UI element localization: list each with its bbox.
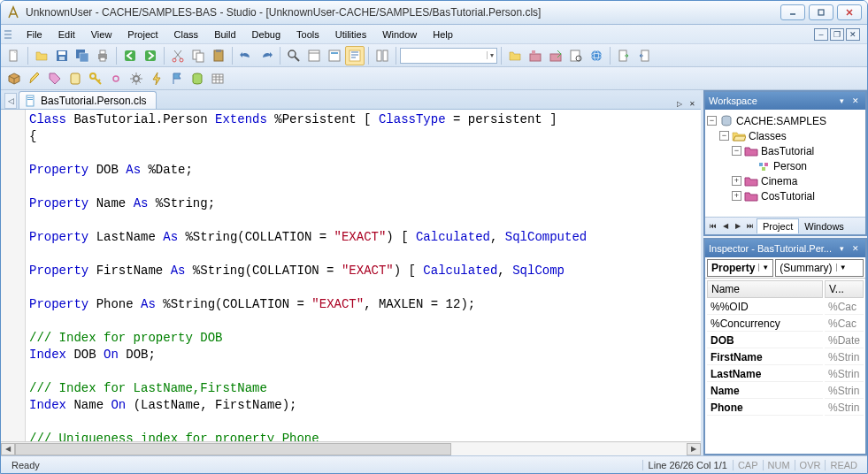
cut-button[interactable]	[168, 46, 188, 65]
inspector-row[interactable]: LastName%Strin	[707, 367, 864, 382]
menu-view[interactable]: View	[83, 27, 120, 42]
ws-nav-last[interactable]: ⏭	[744, 220, 757, 233]
inspector-row[interactable]: FirstName%Strin	[707, 350, 864, 365]
tree-root[interactable]: − CACHE:SAMPLES	[707, 113, 864, 128]
ws-nav-prev[interactable]: ◀	[719, 220, 732, 233]
key-icon[interactable]	[86, 69, 105, 88]
inspector-col-name[interactable]: Name	[707, 280, 823, 298]
inspector-row[interactable]: %%OID%Cac	[707, 300, 864, 315]
hscroll-thumb[interactable]	[15, 443, 451, 455]
gear-icon[interactable]	[127, 69, 146, 88]
inspector-type-combo[interactable]: Property▼	[707, 259, 773, 277]
inspector-row[interactable]: DOB%Date	[707, 333, 864, 348]
menu-edit[interactable]: Edit	[50, 27, 83, 42]
close-button[interactable]	[837, 4, 862, 20]
expand-icon[interactable]: −	[719, 131, 729, 141]
panel-close-icon[interactable]: ✕	[849, 95, 862, 107]
undo-button[interactable]	[236, 46, 256, 65]
menu-window[interactable]: Window	[374, 27, 425, 42]
mdi-restore-button[interactable]: ❐	[830, 28, 844, 41]
inspector-row[interactable]: Name%Strin	[707, 384, 864, 399]
ws-nav-next[interactable]: ▶	[732, 220, 744, 233]
hscroll-right[interactable]: ▶	[687, 443, 701, 455]
redo-button[interactable]	[257, 46, 276, 65]
inspector-panel-header[interactable]: Inspector - BasTutorial.Per... ▾ ✕	[705, 240, 865, 257]
tab-scroll-right[interactable]: ▷	[674, 98, 685, 109]
tag-icon[interactable]	[45, 69, 65, 88]
inspector-col-value[interactable]: V...	[825, 280, 864, 298]
inspector-grid[interactable]: Name V... %%OID%Cac%Concurrency%CacDOB%D…	[705, 279, 865, 417]
export-button[interactable]	[614, 46, 634, 65]
find-button[interactable]	[284, 46, 303, 65]
menu-help[interactable]: Help	[425, 27, 461, 42]
expand-icon[interactable]: +	[732, 176, 741, 186]
table-icon[interactable]	[208, 69, 227, 88]
open-button[interactable]	[32, 46, 51, 65]
tree-class-person[interactable]: Person	[707, 158, 864, 173]
ws-nav-first[interactable]: ⏮	[707, 220, 719, 233]
inspector-row[interactable]: %Concurrency%Cac	[707, 317, 864, 332]
expand-icon[interactable]: −	[732, 146, 741, 156]
tree-classes[interactable]: − Classes	[707, 128, 864, 143]
editor-tab[interactable]: BasTutorial.Person.cls	[19, 91, 157, 109]
flag-icon[interactable]	[167, 69, 187, 88]
ws-tab-project[interactable]: Project	[757, 218, 799, 233]
view-toggle-2[interactable]	[325, 46, 344, 65]
menu-class[interactable]: Class	[166, 27, 207, 42]
svg-rect-42	[212, 74, 223, 83]
toolbar-combo[interactable]	[400, 48, 497, 64]
paste-button[interactable]	[209, 46, 228, 65]
workspace-tree[interactable]: − CACHE:SAMPLES − Classes −BasTutorialPe…	[705, 110, 865, 207]
expand-icon[interactable]: −	[707, 116, 717, 126]
save-button[interactable]	[52, 46, 72, 65]
copy-button[interactable]	[188, 46, 208, 65]
print-button[interactable]	[93, 46, 112, 65]
menu-project[interactable]: Project	[119, 27, 165, 42]
build-button[interactable]	[526, 46, 545, 65]
panel-menu-icon[interactable]: ▾	[835, 242, 848, 255]
save-all-button[interactable]	[73, 46, 92, 65]
ws-tab-windows[interactable]: Windows	[799, 219, 849, 233]
lightning-icon[interactable]	[147, 69, 166, 88]
new-button[interactable]	[4, 46, 24, 65]
expand-icon[interactable]: +	[732, 191, 741, 201]
menu-build[interactable]: Build	[206, 27, 243, 42]
import-button[interactable]	[634, 46, 654, 65]
scroll-icon[interactable]	[65, 69, 85, 88]
panel-menu-icon[interactable]: ▾	[835, 95, 848, 107]
database-icon[interactable]	[188, 69, 207, 88]
brush-icon[interactable]	[25, 69, 44, 88]
view-toggle-3[interactable]	[345, 46, 365, 65]
menu-utilities[interactable]: Utilities	[327, 27, 374, 42]
menu-debug[interactable]: Debug	[244, 27, 288, 42]
mdi-minimize-button[interactable]: –	[814, 28, 828, 41]
minimize-button[interactable]	[780, 4, 805, 20]
link-icon[interactable]	[106, 69, 126, 88]
tab-scroll-left[interactable]: ◁	[4, 93, 17, 109]
maximize-button[interactable]	[809, 4, 833, 20]
show-plan-button[interactable]	[566, 46, 586, 65]
horizontal-scrollbar[interactable]: ◀ ▶	[1, 441, 701, 455]
menu-file[interactable]: File	[19, 27, 50, 42]
code-editor[interactable]: Class BasTutorial.Person Extends %Persis…	[1, 110, 701, 441]
inspector-view-combo[interactable]: (Summary)▼	[775, 259, 864, 277]
compile-button[interactable]	[505, 46, 525, 65]
tree-package-costutorial[interactable]: +CosTutorial	[707, 188, 864, 203]
menu-tools[interactable]: Tools	[288, 27, 327, 42]
view-toggle-1[interactable]	[304, 46, 324, 65]
rebuild-button[interactable]	[546, 46, 565, 65]
tree-package-cinema[interactable]: +Cinema	[707, 173, 864, 188]
tab-close-button[interactable]: ✕	[687, 98, 697, 109]
inspector-row[interactable]: Phone%Strin	[707, 401, 864, 416]
panel-close-icon[interactable]: ✕	[849, 242, 862, 255]
nav-forward-button[interactable]	[141, 46, 160, 65]
tree-package-bastutorial[interactable]: −BasTutorial	[707, 143, 864, 158]
globe-button[interactable]	[587, 46, 606, 65]
window-split-button[interactable]	[373, 46, 392, 65]
workspace-panel-header[interactable]: Workspace ▾ ✕	[705, 92, 865, 110]
box-icon[interactable]	[4, 69, 24, 88]
menu-grip[interactable]	[4, 28, 15, 41]
nav-back-button[interactable]	[120, 46, 140, 65]
hscroll-left[interactable]: ◀	[1, 443, 15, 455]
mdi-close-button[interactable]: ✕	[846, 28, 860, 41]
